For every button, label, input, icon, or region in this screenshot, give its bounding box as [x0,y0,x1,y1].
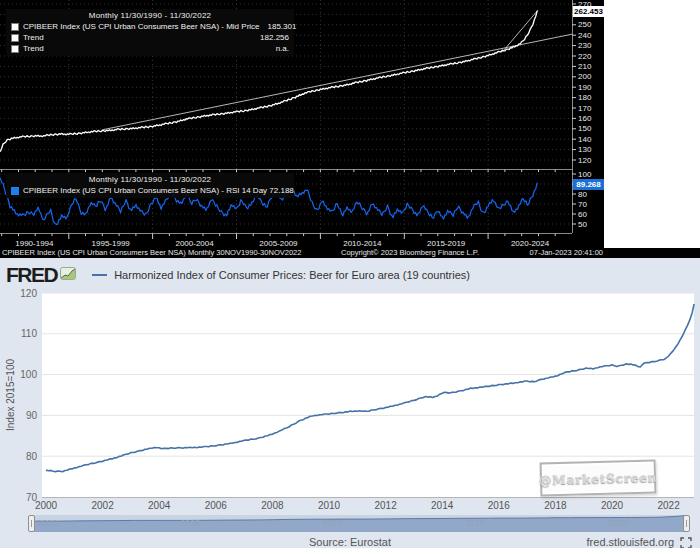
svg-text:130: 130 [578,145,592,154]
svg-text:2004: 2004 [148,500,171,511]
svg-text:2012: 2012 [374,500,397,511]
slider-year-label: 2010 [322,518,342,528]
legend-row-rsi: CPIBEER Index (US CPI Urban Consumers Be… [11,185,289,196]
fred-chart-widget: FRED Harmonized Index of Consumer Prices… [0,258,700,554]
svg-text:100: 100 [20,369,37,380]
slider-mini-chart [30,515,688,532]
legend-value: 185.301 [260,21,297,32]
svg-text:2000-2004: 2000-2004 [175,239,214,248]
svg-text:2010-2014: 2010-2014 [343,239,382,248]
svg-text:80: 80 [578,190,587,199]
legend-label: CPIBEER Index (US CPI Urban Consumers Be… [23,185,294,196]
svg-text:2006: 2006 [205,500,228,511]
white-swatch-icon [11,23,19,31]
svg-text:2016: 2016 [488,500,511,511]
rsi-legend-title: Monthly 11/30/1990 - 11/30/2022 [11,174,289,185]
svg-text:120: 120 [578,156,592,165]
svg-text:110: 110 [21,328,37,339]
svg-text:2000: 2000 [35,500,58,511]
slider-handle-end[interactable] [683,515,690,532]
svg-text:170: 170 [578,104,592,113]
terminal-footer: CPIBEER Index (US CPI Urban Consumers Be… [0,248,700,258]
svg-text:50: 50 [578,220,587,229]
svg-text:160: 160 [578,114,592,123]
last-price-badge: 262.453 [573,6,604,17]
date-range-slider[interactable]: 20002005201020152020 [30,515,688,532]
svg-text:1995-1999: 1995-1999 [92,239,131,248]
svg-text:140: 140 [578,135,592,144]
rsi-legend: Monthly 11/30/1990 - 11/30/2022 CPIBEER … [6,173,294,198]
legend-label: Trend [23,32,44,43]
svg-text:2015-2019: 2015-2019 [427,239,466,248]
svg-text:220: 220 [578,52,592,61]
svg-text:2022: 2022 [657,500,680,511]
footer-copyright: Copyright© 2023 Bloomberg Finance L.P. [341,248,479,258]
fred-series-title: Harmonized Index of Consumer Prices: Bee… [114,269,470,281]
slider-year-label: 2000 [37,518,57,528]
svg-text:2010: 2010 [318,500,341,511]
legend-row-trend1: Trend 182.256 [11,32,289,43]
fred-logo-chart-icon [60,266,76,284]
svg-text:210: 210 [578,62,592,71]
bloomberg-terminal-chart: 2702602502402302202102001901801701601501… [0,0,700,258]
legend-row-midprice: CPIBEER Index (US CPI Urban Consumers Be… [11,21,289,32]
svg-text:80: 80 [26,451,38,462]
watermark-text: @MarketScreen [539,469,657,487]
slider-year-label: 2005 [180,518,200,528]
footer-range: Monthly 30NOV1990-30NOV2022 [188,248,301,258]
svg-text:1990-1994: 1990-1994 [15,239,54,248]
svg-text:240: 240 [578,31,592,40]
svg-text:190: 190 [578,83,592,92]
fred-series-legend: Harmonized Index of Consumer Prices: Bee… [92,269,470,281]
svg-text:120: 120 [20,288,37,299]
legend-value: 182.256 [252,32,289,43]
price-legend: Monthly 11/30/1990 - 11/30/2022 CPIBEER … [6,9,294,56]
price-legend-title: Monthly 11/30/1990 - 11/30/2022 [11,10,289,21]
svg-text:2020-2024: 2020-2024 [511,239,550,248]
slider-year-label: 2020 [608,518,628,528]
footer-timestamp: 07-Jan-2023 20:41:00 [530,248,603,258]
svg-text:2008: 2008 [261,500,284,511]
svg-text:60: 60 [578,210,587,219]
svg-text:70: 70 [578,200,587,209]
svg-text:180: 180 [578,93,592,102]
slider-handle-start[interactable] [28,515,35,532]
bottom-margin [0,548,700,554]
svg-text:2018: 2018 [544,500,567,511]
svg-text:230: 230 [578,41,592,50]
slider-year-label: 2015 [465,518,485,528]
white-swatch-icon [11,34,19,42]
legend-label: Trend [23,43,44,54]
svg-text:250: 250 [578,20,592,29]
svg-text:100: 100 [578,170,592,179]
fred-site-link[interactable]: fred.stlouisfed.org [587,536,674,548]
footer-ticker: CPIBEER Index (US CPI Urban Consumers Be… [2,248,186,258]
svg-text:2014: 2014 [431,500,454,511]
svg-text:2005-2009: 2005-2009 [259,239,298,248]
y-axis-title: Index 2015=100 [5,359,16,431]
legend-value: n.a. [268,43,289,54]
svg-text:90: 90 [26,410,38,421]
last-rsi-badge: 89.268 [573,179,604,190]
svg-text:150: 150 [578,124,592,133]
svg-text:200: 200 [578,72,592,81]
legend-row-trend2: Trend n.a. [11,43,289,54]
svg-text:2002: 2002 [91,500,114,511]
blue-swatch-icon [11,187,19,195]
legend-line-swatch-icon [92,274,107,276]
svg-text:2020: 2020 [601,500,624,511]
fred-logo[interactable]: FRED [6,263,57,287]
legend-label: CPIBEER Index (US CPI Urban Consumers Be… [23,21,260,32]
fred-header: FRED Harmonized Index of Consumer Prices… [6,263,470,287]
x-tick-labels: 2000200220042006200820102012201420162018… [35,500,680,511]
white-swatch-icon [11,45,19,53]
marketscreen-watermark: @MarketScreen [540,459,657,496]
y-tick-labels: 120110100908070 [20,288,37,503]
